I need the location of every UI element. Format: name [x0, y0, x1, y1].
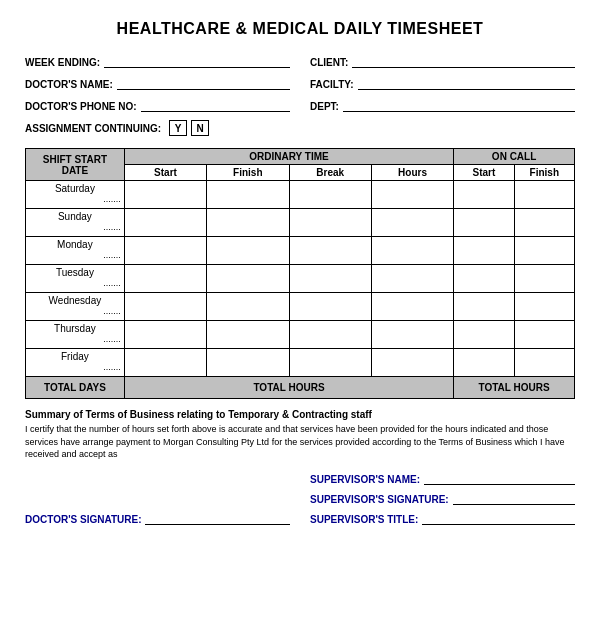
facility-label: FACILTY:: [310, 79, 354, 90]
week-ending-label: WEEK ENDING:: [25, 57, 100, 68]
total-hours-cell: TOTAL HOURS: [124, 377, 453, 399]
client-input[interactable]: [352, 54, 575, 68]
supervisor-block: SUPERVISOR'S NAME: SUPERVISOR'S SIGNATUR…: [310, 471, 575, 525]
table-row: Friday .......: [26, 349, 575, 377]
signature-section: DOCTOR'S SIGNATURE: SUPERVISOR'S NAME: S…: [25, 471, 575, 525]
ordinary-start-cell[interactable]: [124, 293, 206, 321]
summary-section: Summary of Terms of Business relating to…: [25, 409, 575, 461]
ordinary-start-cell[interactable]: [124, 349, 206, 377]
summary-text: I certify that the number of hours set f…: [25, 423, 575, 461]
supervisor-title-label: SUPERVISOR'S TITLE:: [310, 514, 418, 525]
doctor-sig-field: DOCTOR'S SIGNATURE:: [25, 511, 290, 525]
ordinary-hours-cell[interactable]: [371, 181, 453, 209]
supervisor-name-label: SUPERVISOR'S NAME:: [310, 474, 420, 485]
total-hours-oncall-cell: TOTAL HOURS: [454, 377, 575, 399]
ordinary-finish-cell[interactable]: [207, 237, 289, 265]
supervisor-sig-input[interactable]: [453, 491, 575, 505]
assignment-row: ASSIGNMENT CONTINUING: Y N: [25, 120, 575, 136]
doctors-name-field: DOCTOR'S NAME:: [25, 76, 290, 90]
col-start-header: Start: [124, 165, 206, 181]
ordinary-finish-cell[interactable]: [207, 209, 289, 237]
oncall-start-cell[interactable]: [454, 321, 514, 349]
total-row: TOTAL DAYS TOTAL HOURS TOTAL HOURS: [26, 377, 575, 399]
ordinary-start-cell[interactable]: [124, 265, 206, 293]
ordinary-start-cell[interactable]: [124, 237, 206, 265]
ordinary-start-cell[interactable]: [124, 181, 206, 209]
ordinary-hours-cell[interactable]: [371, 293, 453, 321]
day-cell: Thursday .......: [26, 321, 125, 349]
ordinary-finish-cell[interactable]: [207, 265, 289, 293]
doctors-name-input[interactable]: [117, 76, 290, 90]
ordinary-break-cell[interactable]: [289, 349, 371, 377]
ordinary-hours-cell[interactable]: [371, 209, 453, 237]
client-label: CLIENT:: [310, 57, 348, 68]
ordinary-finish-cell[interactable]: [207, 321, 289, 349]
oncall-start-cell[interactable]: [454, 237, 514, 265]
ordinary-break-cell[interactable]: [289, 237, 371, 265]
oncall-finish-cell[interactable]: [514, 321, 574, 349]
timesheet-table: SHIFT START DATE ORDINARY TIME ON CALL S…: [25, 148, 575, 399]
day-cell: Friday .......: [26, 349, 125, 377]
day-name: Monday: [29, 239, 121, 250]
day-name: Wednesday: [29, 295, 121, 306]
dept-input[interactable]: [343, 98, 575, 112]
week-ending-input[interactable]: [104, 54, 290, 68]
total-days-cell: TOTAL DAYS: [26, 377, 125, 399]
ordinary-hours-cell[interactable]: [371, 349, 453, 377]
table-row: Saturday .......: [26, 181, 575, 209]
day-dots: .......: [29, 334, 121, 344]
ordinary-break-cell[interactable]: [289, 293, 371, 321]
ordinary-hours-cell[interactable]: [371, 265, 453, 293]
facility-input[interactable]: [358, 76, 575, 90]
table-row: Tuesday .......: [26, 265, 575, 293]
day-name: Thursday: [29, 323, 121, 334]
yn-y-box[interactable]: Y: [169, 120, 187, 136]
supervisor-sig-field: SUPERVISOR'S SIGNATURE:: [310, 491, 575, 505]
oncall-finish-cell[interactable]: [514, 265, 574, 293]
table-row: Wednesday .......: [26, 293, 575, 321]
day-dots: .......: [29, 362, 121, 372]
table-row: Monday .......: [26, 237, 575, 265]
col-oncall-finish-header: Finish: [514, 165, 574, 181]
ordinary-finish-cell[interactable]: [207, 293, 289, 321]
yn-n-box[interactable]: N: [191, 120, 209, 136]
day-name: Sunday: [29, 211, 121, 222]
oncall-finish-cell[interactable]: [514, 237, 574, 265]
doctor-sig-input[interactable]: [145, 511, 290, 525]
form-row-2: DOCTOR'S NAME: FACILTY:: [25, 76, 575, 90]
col-hours-header: Hours: [371, 165, 453, 181]
oncall-start-cell[interactable]: [454, 265, 514, 293]
ordinary-break-cell[interactable]: [289, 321, 371, 349]
ordinary-finish-cell[interactable]: [207, 349, 289, 377]
ordinary-break-cell[interactable]: [289, 209, 371, 237]
day-name: Saturday: [29, 183, 121, 194]
doctors-name-label: DOCTOR'S NAME:: [25, 79, 113, 90]
table-row: Thursday .......: [26, 321, 575, 349]
ordinary-start-cell[interactable]: [124, 209, 206, 237]
oncall-start-cell[interactable]: [454, 209, 514, 237]
oncall-start-cell[interactable]: [454, 293, 514, 321]
oncall-finish-cell[interactable]: [514, 181, 574, 209]
page-title: HEALTHCARE & MEDICAL DAILY TIMESHEET: [25, 20, 575, 38]
ordinary-break-cell[interactable]: [289, 265, 371, 293]
ordinary-header: ORDINARY TIME: [124, 149, 453, 165]
oncall-finish-cell[interactable]: [514, 209, 574, 237]
form-section: WEEK ENDING: CLIENT: DOCTOR'S NAME: FACI…: [25, 54, 575, 136]
oncall-finish-cell[interactable]: [514, 293, 574, 321]
ordinary-break-cell[interactable]: [289, 181, 371, 209]
oncall-start-cell[interactable]: [454, 181, 514, 209]
dept-field: DEPT:: [310, 98, 575, 112]
supervisor-name-input[interactable]: [424, 471, 575, 485]
week-ending-field: WEEK ENDING:: [25, 54, 290, 68]
day-cell: Monday .......: [26, 237, 125, 265]
ordinary-finish-cell[interactable]: [207, 181, 289, 209]
supervisor-title-input[interactable]: [422, 511, 575, 525]
sig-row-1: DOCTOR'S SIGNATURE: SUPERVISOR'S NAME: S…: [25, 471, 575, 525]
oncall-start-cell[interactable]: [454, 349, 514, 377]
ordinary-hours-cell[interactable]: [371, 237, 453, 265]
phone-input[interactable]: [141, 98, 290, 112]
ordinary-hours-cell[interactable]: [371, 321, 453, 349]
oncall-finish-cell[interactable]: [514, 349, 574, 377]
day-cell: Wednesday .......: [26, 293, 125, 321]
ordinary-start-cell[interactable]: [124, 321, 206, 349]
